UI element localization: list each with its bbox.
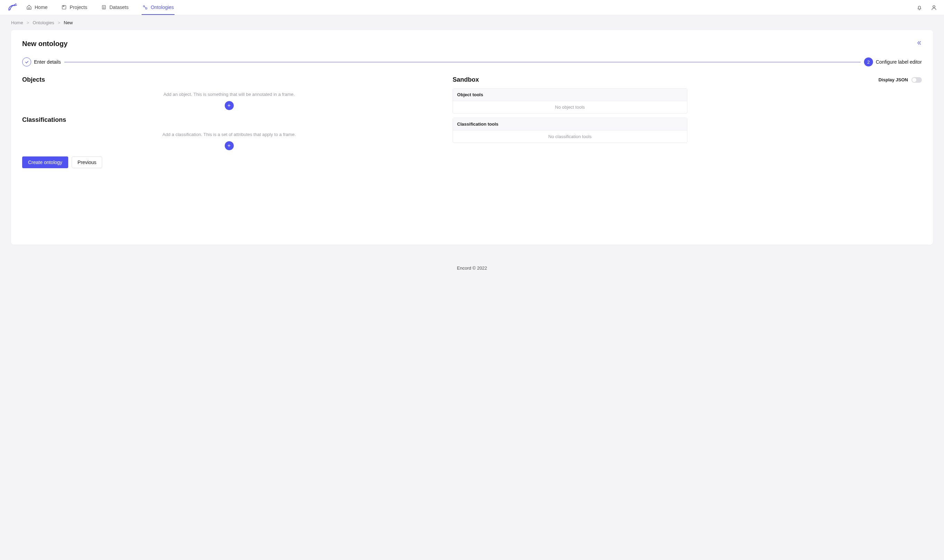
logo[interactable] xyxy=(7,2,17,13)
double-chevron-left-icon xyxy=(916,40,922,46)
plus-icon: + xyxy=(228,143,231,149)
breadcrumb-ontologies[interactable]: Ontologies xyxy=(32,20,54,25)
bell-icon[interactable] xyxy=(916,5,922,11)
classifications-title: Classifications xyxy=(22,116,436,123)
objects-hint: Add an object. This is something that wi… xyxy=(22,88,436,98)
step-1[interactable]: Enter details xyxy=(22,57,61,66)
plus-icon: + xyxy=(228,102,231,109)
right-column: Sandbox Display JSON Object tools No obj… xyxy=(453,76,922,168)
sandbox-header: Sandbox Display JSON xyxy=(453,76,922,83)
main-nav: Home Projects Datasets Ontologies xyxy=(26,0,174,15)
main-card: New ontology Enter details 2 Configure l… xyxy=(11,30,933,245)
create-ontology-button[interactable]: Create ontology xyxy=(22,157,68,168)
object-tools-body: No object tools xyxy=(453,101,687,113)
svg-point-4 xyxy=(933,6,935,8)
topbar: Home Projects Datasets Ontologies xyxy=(0,0,944,15)
display-json-toggle[interactable] xyxy=(912,77,922,83)
nav-ontologies-label: Ontologies xyxy=(151,5,174,10)
actions: Create ontology Previous xyxy=(22,157,436,168)
datasets-icon xyxy=(101,5,107,10)
breadcrumb-sep: > xyxy=(57,20,60,25)
nav-projects-label: Projects xyxy=(69,5,87,10)
stepper: Enter details 2 Configure label editor xyxy=(22,57,922,66)
nav-datasets[interactable]: Datasets xyxy=(100,0,129,15)
add-object-button[interactable]: + xyxy=(225,101,234,110)
previous-button[interactable]: Previous xyxy=(72,157,102,168)
nav-ontologies[interactable]: Ontologies xyxy=(142,0,174,15)
classification-tools-body: No classification tools xyxy=(453,131,687,143)
nav-home-label: Home xyxy=(35,5,48,10)
classifications-hint: Add a classification. This is a set of a… xyxy=(22,128,436,138)
logo-icon xyxy=(7,2,17,13)
user-icon[interactable] xyxy=(931,5,937,11)
sandbox-title: Sandbox xyxy=(453,76,479,83)
classification-tools-header: Classification tools xyxy=(453,118,687,131)
object-tools-group: Object tools No object tools xyxy=(453,88,687,114)
nav-datasets-label: Datasets xyxy=(109,5,128,10)
projects-icon xyxy=(61,5,67,10)
step-2[interactable]: 2 Configure label editor xyxy=(864,57,922,66)
step-1-circle xyxy=(22,57,31,66)
topbar-right xyxy=(916,5,937,11)
check-icon xyxy=(25,60,29,65)
breadcrumb-home[interactable]: Home xyxy=(11,20,23,25)
step-1-label: Enter details xyxy=(34,59,61,65)
step-2-circle: 2 xyxy=(864,57,873,66)
breadcrumb-sep: > xyxy=(27,20,29,25)
content: Objects Add an object. This is something… xyxy=(22,76,922,168)
display-json-label: Display JSON xyxy=(879,77,908,82)
object-tools-header: Object tools xyxy=(453,89,687,101)
svg-rect-3 xyxy=(146,8,147,9)
breadcrumb-current: New xyxy=(64,20,73,25)
objects-title: Objects xyxy=(22,76,436,83)
ontologies-icon xyxy=(142,5,148,10)
nav-home[interactable]: Home xyxy=(26,0,48,15)
classification-tools-group: Classification tools No classification t… xyxy=(453,118,687,143)
footer: Encord © 2022 xyxy=(0,245,944,278)
nav-projects[interactable]: Projects xyxy=(61,0,88,15)
page-title: New ontology xyxy=(22,40,68,48)
left-column: Objects Add an object. This is something… xyxy=(22,76,436,168)
home-icon xyxy=(26,5,32,10)
card-header: New ontology xyxy=(22,40,922,48)
step-line xyxy=(65,62,861,62)
collapse-panel-button[interactable] xyxy=(916,40,922,48)
display-json-toggle-group: Display JSON xyxy=(879,77,922,83)
add-classification-button[interactable]: + xyxy=(225,141,234,150)
step-2-label: Configure label editor xyxy=(876,59,922,65)
breadcrumb: Home > Ontologies > New xyxy=(0,15,944,30)
